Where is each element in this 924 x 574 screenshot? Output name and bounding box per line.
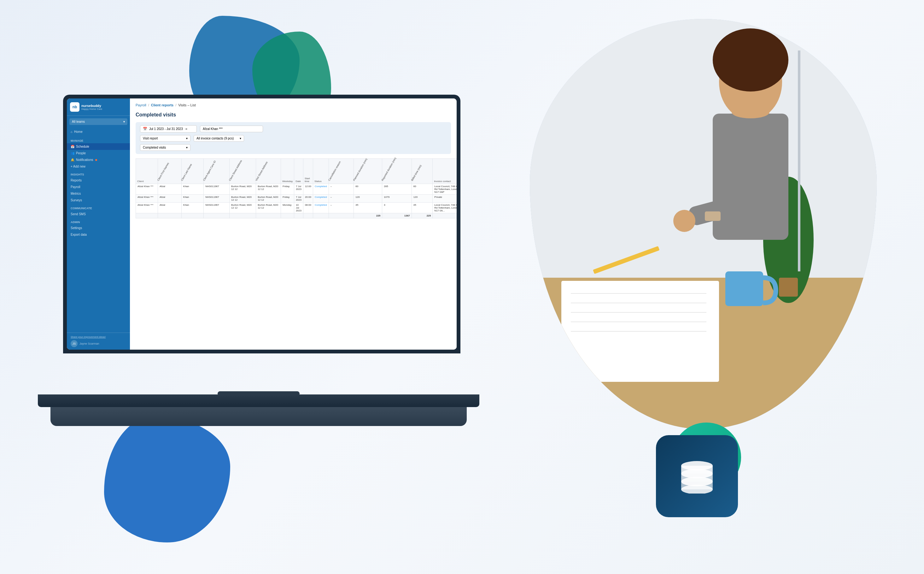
- filter-row-3: Completed visits ▾: [140, 144, 446, 151]
- database-icon-card: [656, 435, 738, 517]
- svg-rect-19: [705, 211, 721, 221]
- svg-point-14: [713, 28, 788, 91]
- sidebar-item-schedule[interactable]: 📅 Schedule: [67, 143, 130, 150]
- page-title: Completed visits: [136, 112, 451, 118]
- chevron-down-icon: ▾: [186, 146, 188, 149]
- col-cancellation: Cancellation reason: [328, 159, 354, 184]
- breadcrumb: Payroll / Client reports / Visits – List: [136, 103, 451, 107]
- report-type-value: Visit report: [143, 137, 158, 140]
- svg-rect-4: [779, 278, 798, 296]
- sidebar: nb nursebuddy Happy Home Care All teams …: [67, 98, 130, 350]
- hero-photo: [530, 19, 877, 429]
- filters-area: 📅 Jul 1 2023 - Jul 31 2023 ➔ Afzal Khan …: [136, 122, 451, 154]
- schedule-icon: 📅: [71, 145, 74, 148]
- home-icon: ⌂: [71, 130, 72, 134]
- add-new-button[interactable]: + Add new: [67, 163, 130, 170]
- chevron-down-icon: ▾: [123, 120, 125, 123]
- col-weekday: Weekday: [281, 159, 294, 184]
- col-last-name: Client Last Name: [181, 159, 203, 184]
- chevron-down-icon: ▾: [186, 137, 188, 140]
- filter-row-1: 📅 Jul 1 2023 - Jul 31 2023 ➔ Afzal Khan …: [140, 125, 446, 132]
- col-planned-duration: Planned duration (min): [354, 159, 382, 184]
- svg-rect-11: [725, 271, 763, 306]
- col-date: Date: [294, 159, 303, 184]
- invoice-contacts-select[interactable]: All invoice contacts (9 pcs) ▾: [193, 135, 244, 142]
- table-header-row: Client Client First Names Client Last Na…: [136, 159, 457, 184]
- client-filter[interactable]: Afzal Khan ***: [200, 126, 263, 132]
- svg-rect-1: [530, 19, 877, 303]
- client-name-value: Afzal Khan ***: [203, 127, 223, 131]
- notification-dot: [95, 159, 97, 161]
- communicate-section-label: Communicate: [67, 203, 130, 211]
- laptop-screen: nb nursebuddy Happy Home Care All teams …: [63, 95, 460, 353]
- breadcrumb-sep-1: /: [148, 103, 149, 107]
- app-interface: nb nursebuddy Happy Home Care All teams …: [67, 98, 457, 350]
- report-type-select[interactable]: Visit report ▾: [140, 135, 190, 142]
- svg-point-16: [732, 106, 770, 118]
- filter-row-2: Visit report ▾ All invoice contacts (9 p…: [140, 135, 446, 142]
- sidebar-item-export-data[interactable]: Export data: [67, 231, 130, 238]
- team-selector[interactable]: All teams ▾: [69, 118, 127, 125]
- sidebar-item-settings[interactable]: Settings: [67, 225, 130, 231]
- breadcrumb-client-reports[interactable]: Client reports: [151, 103, 174, 107]
- sidebar-footer: Share your improvement ideas! JS Jayne S…: [67, 333, 130, 350]
- sidebar-item-send-sms[interactable]: Send SMS: [67, 211, 130, 218]
- app-name: nursebuddy: [82, 104, 102, 107]
- col-invoice-contact: Invoice contact: [433, 159, 457, 184]
- sidebar-item-notifications[interactable]: 🔔 Notifications: [67, 156, 130, 163]
- svg-point-18: [673, 210, 695, 232]
- chevron-down-icon: ▾: [240, 137, 241, 140]
- col-billed: Billed time (min): [412, 159, 432, 184]
- sidebar-item-metrics[interactable]: Metrics: [67, 190, 130, 197]
- svg-rect-20: [798, 50, 800, 271]
- sidebar-item-surveys[interactable]: Surveys: [67, 197, 130, 203]
- visits-table: Client Client First Names Client Last Na…: [136, 158, 457, 218]
- laptop-base-top: [38, 394, 479, 407]
- admin-section-label: Admin: [67, 218, 130, 225]
- user-profile[interactable]: JS Jayne Scarman: [71, 340, 126, 347]
- visit-filter-value: Completed visits: [143, 146, 166, 149]
- calendar-icon: 📅: [143, 127, 147, 131]
- manage-section-label: Manage: [67, 136, 130, 143]
- sidebar-item-payroll[interactable]: Payroll: [67, 184, 130, 190]
- col-first-name: Client First Names: [158, 159, 182, 184]
- feedback-link[interactable]: Share your improvement ideas!: [71, 336, 126, 338]
- sidebar-item-home[interactable]: ⌂ Home: [67, 128, 130, 136]
- visit-filter-select[interactable]: Completed visits ▾: [140, 144, 190, 151]
- date-range-filter[interactable]: 📅 Jul 1 2023 - Jul 31 2023 ➔: [140, 125, 197, 132]
- col-start-time: Start time: [303, 159, 313, 184]
- col-client: Client: [136, 159, 158, 184]
- people-icon: 👥: [71, 151, 74, 155]
- breadcrumb-visits-list: Visits – List: [178, 103, 195, 107]
- col-care-id: Client Agent Care ID: [204, 159, 229, 184]
- sidebar-item-reports[interactable]: Reports: [67, 177, 130, 184]
- table-row[interactable]: Afzal Khan ***AfzalKhanNHS011967Burton R…: [136, 184, 457, 195]
- col-status: Status: [313, 159, 328, 184]
- user-avatar: JS: [71, 340, 78, 347]
- table-row[interactable]: Afzal Khan ***AfzalKhanNHS011967Burton R…: [136, 195, 457, 203]
- user-name: Jayne Scarman: [80, 342, 99, 345]
- table-row[interactable]: Afzal Khan ***AfzalKhanNHS011967Burton R…: [136, 203, 457, 213]
- sidebar-logo: nb nursebuddy Happy Home Care: [67, 98, 130, 116]
- arrow-right-icon: ➔: [185, 127, 187, 131]
- date-range-value: Jul 1 2023 - Jul 31 2023: [149, 127, 183, 131]
- logo-icon: nb: [70, 102, 80, 112]
- sidebar-item-people[interactable]: 👥 People: [67, 150, 130, 156]
- breadcrumb-sep-2: /: [175, 103, 176, 107]
- table-totals-row: 2251367225: [136, 213, 457, 218]
- insights-section-label: Insights: [67, 170, 130, 177]
- laptop-base-bottom: [50, 407, 467, 426]
- invoice-contacts-value: All invoice contacts (9 pcs): [196, 137, 234, 140]
- breadcrumb-payroll[interactable]: Payroll: [136, 103, 146, 107]
- bell-icon: 🔔: [71, 158, 74, 162]
- col-street-address: Client Street Address: [229, 159, 256, 184]
- main-content: Payroll / Client reports / Visits – List…: [130, 98, 457, 350]
- app-tagline: Happy Home Care: [82, 107, 102, 110]
- col-reported-duration: Reported duration (min): [382, 159, 412, 184]
- svg-rect-15: [713, 114, 788, 240]
- decorative-shape-3: [104, 416, 230, 542]
- col-visit-address: Visit Street Address: [256, 159, 281, 184]
- laptop: nb nursebuddy Happy Home Care All teams …: [38, 95, 479, 426]
